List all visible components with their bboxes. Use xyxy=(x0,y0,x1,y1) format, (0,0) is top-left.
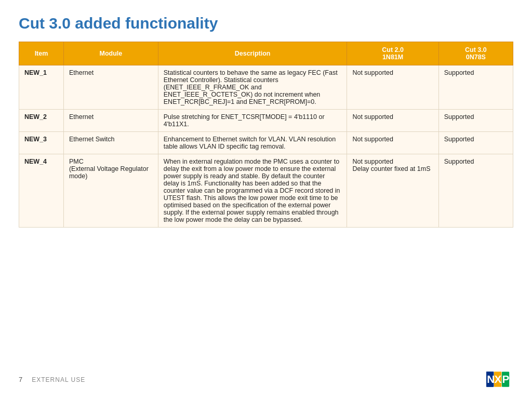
page-number: 7 xyxy=(19,376,22,383)
table-row: NEW_4PMC(External Voltage Regulator mode… xyxy=(19,154,513,228)
svg-text:P: P xyxy=(502,373,510,385)
col-header-description: Description xyxy=(158,42,347,65)
cell-cut20: Not supportedDelay counter fixed at 1mS xyxy=(347,154,438,228)
cell-item: NEW_4 xyxy=(19,154,64,228)
cell-description: When in external regulation mode the PMC… xyxy=(158,154,347,228)
cell-cut20: Not supported xyxy=(347,132,438,154)
cell-module: Ethernet xyxy=(63,65,158,110)
cell-description: Enhancement to Ethernet switch for VLAN.… xyxy=(158,132,347,154)
cell-cut30: Supported xyxy=(438,110,513,132)
cell-cut20: Not supported xyxy=(347,110,438,132)
cell-cut30: Supported xyxy=(438,65,513,110)
page: Cut 3.0 added functionality Item Module … xyxy=(0,0,532,399)
table-row: NEW_2EthernetPulse stretching for ENET_T… xyxy=(19,110,513,132)
cell-module: PMC(External Voltage Regulator mode) xyxy=(63,154,158,228)
cell-item: NEW_2 xyxy=(19,110,64,132)
footer-left: 7 EXTERNAL USE xyxy=(19,376,85,383)
table-row: NEW_1EthernetStatistical counters to beh… xyxy=(19,65,513,110)
cell-module: Ethernet Switch xyxy=(63,132,158,154)
cell-description: Pulse stretching for ENET_TCSR[TMODE] = … xyxy=(158,110,347,132)
external-use-label: EXTERNAL USE xyxy=(32,376,85,383)
cell-cut30: Supported xyxy=(438,132,513,154)
page-title: Cut 3.0 added functionality xyxy=(19,15,513,32)
cell-item: NEW_3 xyxy=(19,132,64,154)
cell-description: Statistical counters to behave the same … xyxy=(158,65,347,110)
col-header-item: Item xyxy=(19,42,64,65)
col-header-cut20: Cut 2.01N81M xyxy=(347,42,438,65)
cell-module: Ethernet xyxy=(63,110,158,132)
footer: 7 EXTERNAL USE N X P xyxy=(19,365,513,389)
svg-text:N: N xyxy=(487,373,495,385)
cell-item: NEW_1 xyxy=(19,65,64,110)
functionality-table: Item Module Description Cut 2.01N81M Cut… xyxy=(19,42,513,228)
col-header-module: Module xyxy=(63,42,158,65)
table-row: NEW_3Ethernet SwitchEnhancement to Ether… xyxy=(19,132,513,154)
nxp-logo: N X P xyxy=(486,370,513,389)
svg-text:X: X xyxy=(495,373,502,385)
col-header-cut30: Cut 3.00N78S xyxy=(438,42,513,65)
cell-cut20: Not supported xyxy=(347,65,438,110)
cell-cut30: Supported xyxy=(438,154,513,228)
